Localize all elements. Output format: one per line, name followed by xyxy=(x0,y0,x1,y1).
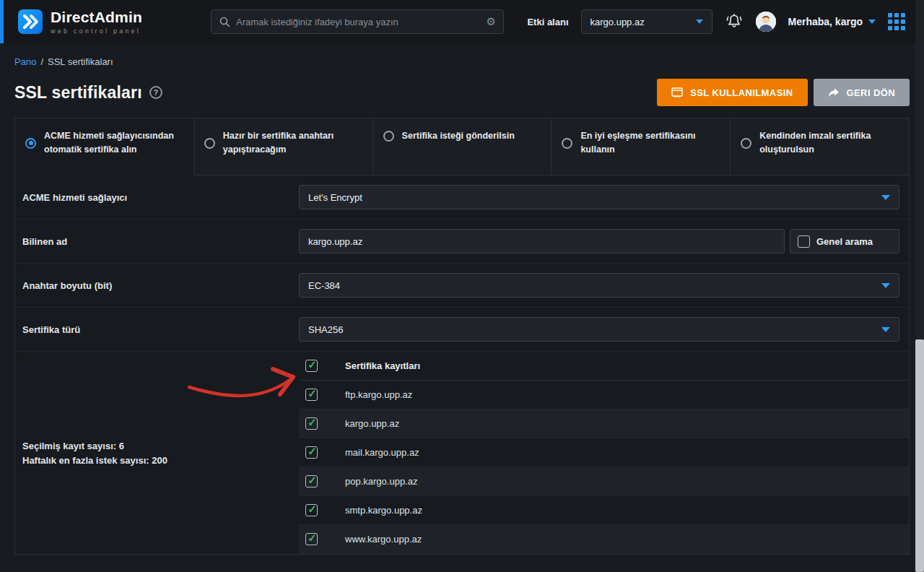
radio-icon xyxy=(383,131,394,142)
acme-provider-value: Let's Encrypt xyxy=(308,192,362,203)
acme-provider-select[interactable]: Let's Encrypt xyxy=(299,185,899,209)
tab-bar: ACME hizmeti sağlayıcısından otomatik se… xyxy=(14,118,910,176)
search-icon xyxy=(219,16,230,27)
radio-icon xyxy=(562,138,572,149)
radio-icon xyxy=(741,138,751,149)
go-back-label: GERI DÖN xyxy=(847,87,895,98)
chevron-down-icon xyxy=(881,283,890,288)
logo[interactable]: DirectAdmin web control panel xyxy=(0,9,211,35)
record-checkbox-checked[interactable]: ✓ xyxy=(305,475,318,488)
key-size-value: EC-384 xyxy=(308,280,340,291)
record-checkbox-checked[interactable]: ✓ xyxy=(305,417,318,430)
search-input[interactable] xyxy=(236,17,481,27)
key-size-label: Anahtar boyutu (bit) xyxy=(22,280,299,291)
wildcard-checkbox-unchecked[interactable] xyxy=(798,235,810,248)
form-row-key-size: Anahtar boyutu (bit) EC-384 xyxy=(15,264,909,308)
tab-best-match[interactable]: En iyi eşleşme sertifikasını kullanın xyxy=(552,118,731,176)
weekly-limit-text: Haftalık en fazla istek sayısı: 200 xyxy=(22,455,292,466)
cert-type-select[interactable]: SHA256 xyxy=(299,317,899,342)
common-name-label: Bilinen ad xyxy=(22,236,299,247)
records-header-row[interactable]: ✓ Sertifika kayıtları xyxy=(299,352,909,381)
breadcrumb-home-link[interactable]: Pano xyxy=(14,56,36,67)
scrollbar-thumb[interactable] xyxy=(915,339,924,572)
ssl-disable-label: SSL KULLANILMASIN xyxy=(690,87,793,98)
tab-cert-request[interactable]: Sertifika isteği gönderilsin xyxy=(373,118,552,176)
select-all-checkbox-checked[interactable]: ✓ xyxy=(305,360,318,372)
notifications-bell-icon[interactable] xyxy=(725,12,744,31)
chevron-down-icon xyxy=(881,327,890,332)
tab-paste-key[interactable]: Hazır bir sertifika anahtarı yapıştıraca… xyxy=(194,118,373,176)
help-icon[interactable]: ? xyxy=(149,86,162,99)
go-back-arrow-icon xyxy=(828,87,840,98)
domain-label: Etki alanı xyxy=(527,17,568,27)
logo-title: DirectAdmin xyxy=(51,9,142,26)
tab-self-signed[interactable]: Kendinden imzalı sertifika oluşturulsun xyxy=(731,118,909,176)
acme-form: ACME hizmeti sağlayıcı Let's Encrypt Bil… xyxy=(14,176,910,555)
header-accent-bar xyxy=(0,0,4,43)
form-row-acme-provider: ACME hizmeti sağlayıcı Let's Encrypt xyxy=(15,176,909,220)
ssl-disable-button[interactable]: SSL KULLANILMASIN xyxy=(657,79,807,106)
record-checkbox-checked[interactable]: ✓ xyxy=(305,446,318,459)
record-checkbox-checked[interactable]: ✓ xyxy=(305,389,318,401)
record-row[interactable]: ✓ kargo.upp.az xyxy=(299,410,909,438)
logo-subtitle: web control panel xyxy=(51,27,142,35)
record-checkbox-checked[interactable]: ✓ xyxy=(305,504,318,516)
breadcrumb: Pano / SSL sertifikaları xyxy=(0,43,924,72)
greeting-text: Merhaba, kargo xyxy=(788,16,863,27)
user-avatar[interactable] xyxy=(756,12,776,32)
selected-count-text: Seçilmiş kayıt sayısı: 6 xyxy=(22,441,292,451)
tab-acme-auto[interactable]: ACME hizmeti sağlayıcısından otomatik se… xyxy=(15,118,194,176)
apps-grid-icon[interactable] xyxy=(888,13,905,30)
breadcrumb-current: SSL sertifikaları xyxy=(48,56,113,67)
records-table: ✓ Sertifika kayıtları ✓ ftp.kargo.upp.az… xyxy=(299,352,909,554)
record-row[interactable]: ✓ mail.kargo.upp.az xyxy=(299,438,909,467)
wildcard-label: Genel arama xyxy=(816,236,873,247)
wildcard-option[interactable]: Genel arama xyxy=(790,229,899,254)
record-checkbox-checked[interactable]: ✓ xyxy=(305,533,318,545)
directadmin-logo-icon xyxy=(17,9,43,35)
scrollbar-track xyxy=(915,0,924,572)
record-row[interactable]: ✓ pop.kargo.upp.az xyxy=(299,467,909,496)
form-row-cert-type: Sertifika türü SHA256 xyxy=(15,308,909,352)
radio-selected-icon xyxy=(25,138,36,149)
record-row[interactable]: ✓ ftp.kargo.upp.az xyxy=(299,381,909,410)
form-row-common-name: Bilinen ad Genel arama xyxy=(15,220,909,264)
search-box: ⚙ xyxy=(211,9,504,34)
records-summary: Seçilmiş kayıt sayısı: 6 Haftalık en faz… xyxy=(15,352,299,554)
page-title: SSL sertifikaları xyxy=(14,83,142,103)
radio-icon xyxy=(204,138,215,149)
breadcrumb-separator: / xyxy=(40,56,43,67)
chevron-down-icon xyxy=(868,20,876,24)
cert-type-value: SHA256 xyxy=(308,324,343,335)
ssl-panel: ACME hizmeti sağlayıcısından otomatik se… xyxy=(14,118,910,555)
cert-type-label: Sertifika türü xyxy=(22,324,299,335)
record-row[interactable]: ✓ www.kargo.upp.az xyxy=(299,525,909,554)
ssl-disable-icon xyxy=(671,87,683,98)
title-row: SSL sertifikaları ? SSL KULLANILMASIN GE… xyxy=(0,72,924,106)
record-row[interactable]: ✓ smtp.kargo.upp.az xyxy=(299,496,909,525)
records-header-label: Sertifika kayıtları xyxy=(345,360,420,371)
top-bar: DirectAdmin web control panel ⚙ Etki ala… xyxy=(0,0,924,43)
go-back-button[interactable]: GERI DÖN xyxy=(814,79,910,106)
chevron-down-icon xyxy=(881,195,890,200)
user-menu[interactable]: Merhaba, kargo xyxy=(788,16,876,27)
chevron-down-icon xyxy=(696,20,703,24)
records-section: Seçilmiş kayıt sayısı: 6 Haftalık en faz… xyxy=(15,352,909,554)
domain-select-value: kargo.upp.az xyxy=(590,17,645,27)
common-name-input[interactable] xyxy=(299,229,785,254)
acme-provider-label: ACME hizmeti sağlayıcı xyxy=(22,192,299,203)
key-size-select[interactable]: EC-384 xyxy=(299,273,899,298)
search-settings-gear-icon[interactable]: ⚙ xyxy=(487,15,496,28)
domain-select[interactable]: kargo.upp.az xyxy=(581,9,712,34)
